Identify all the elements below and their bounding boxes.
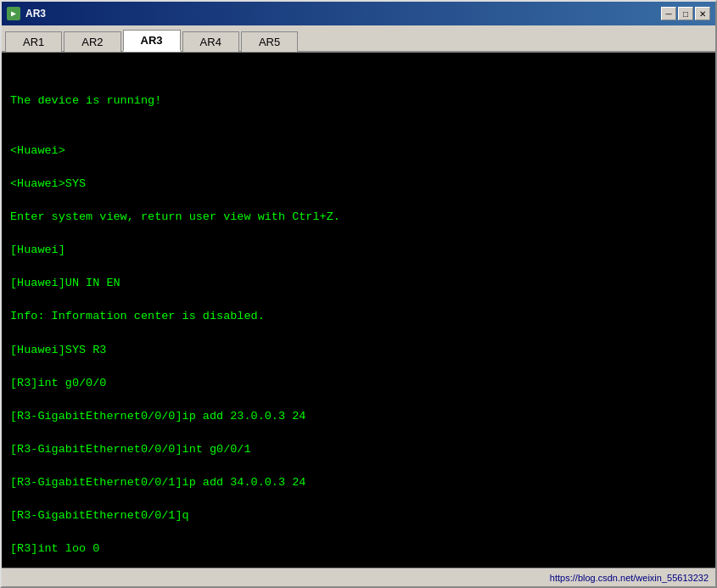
terminal-line: [R3-GigabitEthernet0/0/1]q — [10, 507, 707, 524]
terminal-line: [R3]int loo 0 — [10, 540, 707, 557]
app-icon: ▶ — [7, 7, 20, 20]
tab-ar3[interactable]: AR3 — [123, 30, 181, 52]
terminal-line: <Huawei>SYS — [10, 176, 707, 193]
terminal-line: [R3-GigabitEthernet0/0/0]int g0/0/1 — [10, 441, 707, 458]
close-button[interactable]: ✕ — [695, 7, 710, 20]
terminal-content: The device is running! <Huawei> <Huawei>… — [10, 59, 707, 568]
terminal-line: The device is running! — [10, 92, 707, 109]
main-window: ▶ AR3 ─ □ ✕ AR1AR2AR3AR4AR5 The device i… — [0, 0, 717, 588]
terminal-line: [R3-GigabitEthernet0/0/0]ip add 23.0.0.3… — [10, 408, 707, 425]
tab-ar4[interactable]: AR4 — [182, 31, 239, 52]
terminal-line: Enter system view, return user view with… — [10, 209, 707, 226]
titlebar: ▶ AR3 ─ □ ✕ — [2, 2, 715, 25]
terminal-line: [Huawei] — [10, 242, 707, 259]
terminal-line: [Huawei]UN IN EN — [10, 275, 707, 292]
terminal-line: [Huawei]SYS R3 — [10, 342, 707, 359]
window-title: AR3 — [25, 8, 46, 20]
tab-bar: AR1AR2AR3AR4AR5 — [2, 25, 715, 53]
minimize-button[interactable]: ─ — [661, 7, 676, 20]
statusbar-url: https://blog.csdn.net/weixin_55613232 — [550, 573, 709, 583]
window-controls: ─ □ ✕ — [661, 7, 710, 20]
titlebar-left: ▶ AR3 — [7, 7, 46, 20]
terminal-line: <Huawei> — [10, 143, 707, 160]
terminal-line: Info: Information center is disabled. — [10, 308, 707, 325]
statusbar: https://blog.csdn.net/weixin_55613232 — [2, 568, 715, 586]
terminal-line: [R3-GigabitEthernet0/0/1]ip add 34.0.0.3… — [10, 474, 707, 491]
tab-ar2[interactable]: AR2 — [64, 31, 120, 52]
tab-ar5[interactable]: AR5 — [241, 31, 298, 52]
terminal-line: [R3]int g0/0/0 — [10, 375, 707, 392]
tab-ar1[interactable]: AR1 — [5, 31, 62, 52]
terminal-area[interactable]: The device is running! <Huawei> <Huawei>… — [2, 53, 715, 568]
restore-button[interactable]: □ — [678, 7, 693, 20]
